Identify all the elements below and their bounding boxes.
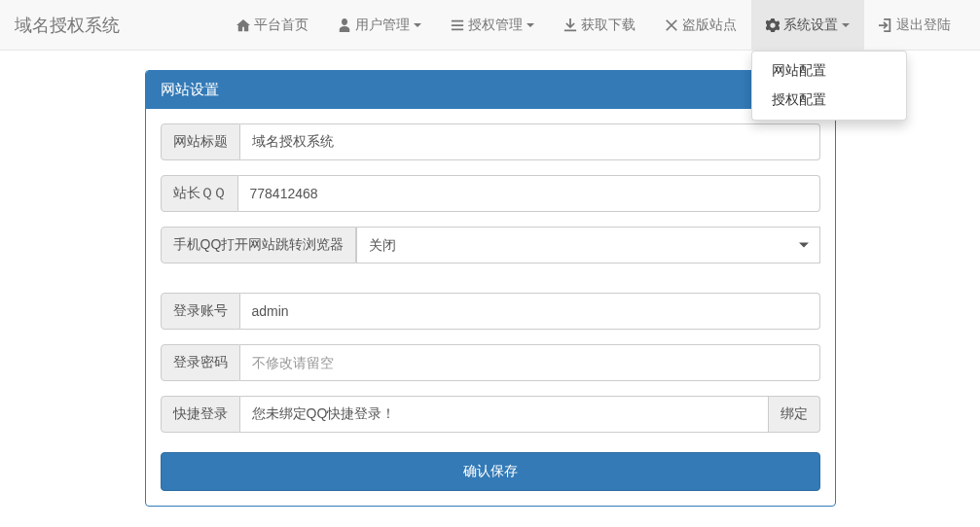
mobile-qq-select[interactable]: 关闭: [356, 227, 819, 264]
field-login-user: 登录账号: [161, 293, 820, 330]
gear-icon: [766, 18, 780, 32]
caret-icon: [526, 23, 534, 27]
login-pass-label: 登录密码: [161, 344, 240, 381]
submit-button[interactable]: 确认保存: [161, 452, 820, 491]
nav-item-piracy[interactable]: 盗版站点: [650, 0, 751, 51]
nav-label: 平台首页: [254, 17, 309, 34]
settings-panel: 网站设置 网站标题 站长ＱＱ 手机QQ打开网站跳转浏览器 关闭: [145, 70, 836, 507]
field-login-pass: 登录密码: [161, 344, 820, 381]
field-qq: 站长ＱＱ: [161, 175, 820, 212]
login-user-input[interactable]: [240, 293, 820, 330]
qq-label: 站长ＱＱ: [161, 175, 238, 212]
field-site-title: 网站标题: [161, 123, 820, 160]
nav-item-logout[interactable]: 退出登陆: [864, 0, 965, 51]
login-pass-input[interactable]: [240, 344, 820, 381]
quick-login-label: 快捷登录: [161, 396, 240, 433]
caret-icon: [414, 23, 421, 27]
nav-item-users[interactable]: 用户管理: [323, 0, 436, 51]
caret-icon: [842, 23, 850, 27]
brand-link[interactable]: 域名授权系统: [15, 14, 134, 37]
nav-label: 用户管理: [355, 17, 410, 34]
logout-icon: [879, 18, 892, 32]
nav-item-settings[interactable]: 系统设置 网站配置 授权配置: [751, 0, 864, 51]
nav-item-auth[interactable]: 授权管理: [436, 0, 549, 51]
nav-label: 获取下载: [581, 17, 635, 34]
close-icon: [665, 18, 678, 32]
site-title-label: 网站标题: [161, 123, 240, 160]
nav-label: 系统设置: [783, 17, 838, 34]
nav-label: 盗版站点: [682, 17, 737, 34]
bind-button[interactable]: 绑定: [769, 396, 820, 433]
nav-label: 授权管理: [468, 17, 523, 34]
login-user-label: 登录账号: [161, 293, 240, 330]
qq-input[interactable]: [238, 175, 820, 212]
settings-dropdown: 网站配置 授权配置: [751, 51, 907, 121]
nav-item-home[interactable]: 平台首页: [222, 0, 323, 51]
dropdown-item-auth-config[interactable]: 授权配置: [752, 86, 906, 115]
nav-label: 退出登陆: [896, 17, 951, 34]
field-mobile-qq: 手机QQ打开网站跳转浏览器 关闭: [161, 227, 820, 264]
field-quick-login: 快捷登录 绑定: [161, 396, 820, 433]
panel-title: 网站设置: [146, 71, 835, 109]
user-icon: [338, 18, 351, 32]
download-icon: [563, 18, 577, 32]
mobile-qq-label: 手机QQ打开网站跳转浏览器: [161, 227, 357, 264]
home-icon: [236, 18, 250, 32]
top-navbar: 域名授权系统 平台首页 用户管理: [0, 0, 980, 51]
site-title-input[interactable]: [240, 123, 820, 160]
quick-login-status: [240, 396, 769, 433]
list-icon: [451, 18, 464, 32]
dropdown-item-site-config[interactable]: 网站配置: [752, 56, 906, 86]
nav-item-download[interactable]: 获取下载: [549, 0, 650, 51]
